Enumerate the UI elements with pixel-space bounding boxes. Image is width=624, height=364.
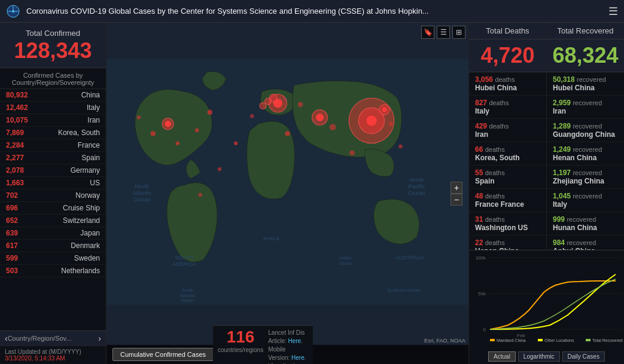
sidebar-country-item[interactable]: 10,075Iran (0, 114, 106, 127)
sidebar: Total Confirmed 128,343 Confirmed Cases … (0, 23, 106, 364)
sidebar-country-item[interactable]: 639Japan (0, 227, 106, 240)
app-title: Coronavirus COVID-19 Global Cases by the… (26, 7, 608, 16)
recovered-list: 50,318 recoveredHubei China2,959 recover… (547, 72, 624, 250)
svg-point-46 (398, 145, 402, 148)
sidebar-count: 639 (6, 229, 18, 237)
svg-text:Ocean: Ocean (133, 196, 151, 203)
sidebar-country-name: Germany (71, 166, 100, 175)
svg-point-36 (234, 141, 238, 145)
grid-icon[interactable]: ⊞ (452, 26, 465, 39)
chart-buttons: Actual Logarithmic Daily Cases (469, 350, 624, 363)
recovered-list-item: 50,318 recoveredHubei China (547, 72, 624, 96)
svg-point-38 (330, 124, 336, 130)
logarithmic-button[interactable]: Logarithmic (518, 351, 560, 362)
nav-label: Country/Region/Sov... (8, 335, 99, 342)
deaths-list: 3,056 deathsHubei China827 deathsItaly42… (469, 72, 546, 250)
sidebar-country-item[interactable]: 12,462Italy (0, 102, 106, 114)
recovered-list-item: 984 recoveredAnhui China (547, 235, 624, 250)
svg-point-48 (198, 193, 202, 197)
sidebar-country-item[interactable]: 702Norway (0, 189, 106, 202)
actual-button[interactable]: Actual (488, 351, 516, 362)
sidebar-country-item[interactable]: 2,078Germany (0, 164, 106, 177)
sidebar-count: 12,462 (6, 103, 28, 112)
deaths-list-item: 31 deathsWashington US (469, 212, 546, 235)
sidebar-country-name: China (81, 91, 100, 99)
svg-text:Southern Ocean: Southern Ocean (387, 287, 420, 293)
country-list: 80,932China12,462Italy10,075Iran7,869Kor… (0, 89, 106, 331)
deaths-list-item: 3,056 deathsHubei China (469, 72, 546, 96)
mobile-link[interactable]: Here (291, 354, 305, 361)
sidebar-count: 2,284 (6, 141, 24, 149)
sidebar-country-item[interactable]: 617Denmark (0, 240, 106, 252)
country-count-label: countries/regions (218, 345, 263, 353)
sidebar-country-item[interactable]: 599Sweden (0, 252, 106, 265)
sidebar-country-item[interactable]: 2,284France (0, 139, 106, 152)
map-container: 🔖 ☰ ⊞ North (106, 23, 468, 364)
info-section: 116 countries/regions Lancet Inf Dis Art… (213, 325, 313, 364)
updated-date: 3/13/2020, 5:14:33 AM (5, 355, 65, 362)
svg-point-37 (285, 131, 290, 136)
svg-rect-60 (538, 339, 543, 341)
svg-point-35 (208, 110, 213, 115)
svg-point-45 (389, 122, 392, 126)
svg-text:North: North (410, 177, 424, 183)
sidebar-country-item[interactable]: 696Cruise Ship (0, 202, 106, 215)
sidebar-country-name: US (90, 179, 100, 187)
svg-text:Ocean: Ocean (339, 261, 352, 266)
bookmark-icon[interactable]: 🔖 (421, 26, 434, 39)
daily-cases-button[interactable]: Daily Cases (562, 351, 605, 362)
svg-point-44 (298, 102, 303, 108)
recovered-list-item: 1,045 recoveredItaly (547, 189, 624, 212)
deaths-list-item: 66 deathsKorea, South (469, 142, 546, 166)
zoom-out-button[interactable]: − (451, 194, 462, 206)
sidebar-count: 7,869 (6, 129, 24, 137)
app-header: Coronavirus COVID-19 Global Cases by the… (0, 0, 624, 23)
svg-point-39 (349, 151, 355, 156)
country-count: 116 (218, 329, 263, 345)
sidebar-country-name: Sweden (74, 254, 100, 262)
deaths-list-item: 429 deathsIran (469, 119, 546, 142)
sidebar-country-name: Japan (80, 229, 100, 237)
sidebar-country-item[interactable]: 2,277Spain (0, 152, 106, 164)
sidebar-country-item[interactable]: 80,932China (0, 89, 106, 102)
list-icon[interactable]: ☰ (437, 26, 450, 39)
svg-text:Pacific: Pacific (408, 183, 425, 189)
sidebar-count: 696 (6, 204, 18, 212)
svg-text:50k: 50k (478, 291, 486, 296)
right-column: Total Deaths 4,720 3,056 deathsHubei Chi… (468, 23, 624, 364)
svg-text:North: North (135, 183, 150, 189)
updated-prefix: Last Updated at (M/D/YYYY) (5, 348, 81, 355)
total-confirmed-section: Total Confirmed 128,343 (0, 23, 106, 68)
sidebar-country-item[interactable]: 7,869Korea, South (0, 127, 106, 139)
sidebar-country-name: Cruise Ship (63, 204, 100, 212)
svg-text:Total Recovered: Total Recovered (592, 338, 623, 342)
map-zoom-controls: + − (451, 182, 462, 206)
sidebar-country-item[interactable]: 503Netherlands (0, 265, 106, 277)
svg-point-49 (137, 115, 141, 119)
sidebar-country-item[interactable]: 1,663US (0, 177, 106, 189)
sidebar-count: 599 (6, 254, 18, 262)
sidebar-country-name: Netherlands (61, 267, 100, 275)
sidebar-count: 503 (6, 267, 18, 275)
deaths-list-item: 827 deathsItaly (469, 96, 546, 119)
map-tab-0[interactable]: Cumulative Confirmed Cases (112, 348, 214, 361)
sidebar-country-item[interactable]: 652Switzerland (0, 215, 106, 227)
zoom-in-button[interactable]: + (451, 182, 462, 194)
sidebar-country-name: Norway (75, 191, 100, 200)
svg-text:Ocean: Ocean (408, 189, 425, 196)
svg-point-41 (176, 141, 179, 145)
sidebar-country-name: Switzerland (63, 216, 100, 225)
app-logo (6, 4, 20, 19)
last-updated: Last Updated at (M/D/YYYY) 3/13/2020, 5:… (0, 345, 106, 364)
sidebar-country-name: Italy (87, 103, 100, 112)
svg-point-31 (165, 121, 171, 127)
top-stats: Total Deaths 4,720 3,056 deathsHubei Chi… (469, 23, 624, 250)
sidebar-count: 2,078 (6, 166, 24, 175)
sidebar-count: 80,932 (6, 91, 28, 99)
lancet-link[interactable]: Here (288, 338, 302, 344)
nav-right-arrow[interactable]: › (98, 334, 101, 343)
svg-text:AUSTRALIA: AUSTRALIA (396, 255, 425, 261)
svg-text:SOUTH: SOUTH (175, 255, 193, 261)
sidebar-country-name: Iran (87, 116, 100, 124)
menu-icon[interactable]: ☰ (608, 5, 618, 18)
